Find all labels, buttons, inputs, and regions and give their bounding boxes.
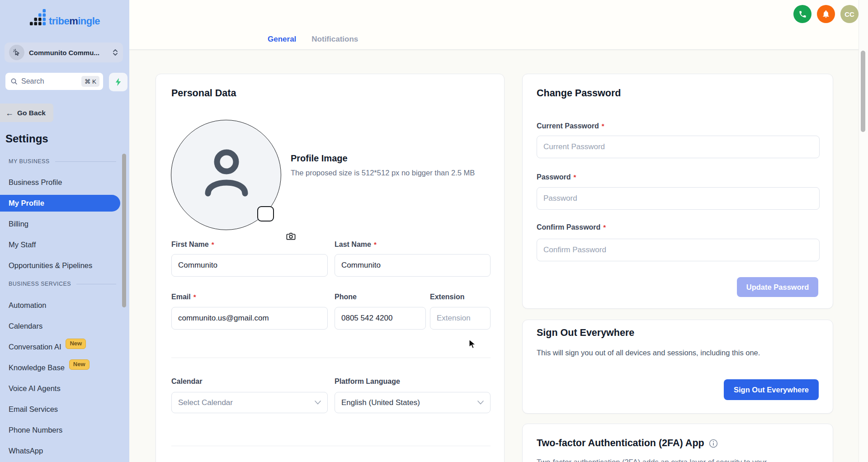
sidebar-item-automation[interactable]: Automation — [0, 297, 120, 314]
profile-image-hint: The proposed size is 512*512 px no bigge… — [291, 167, 494, 179]
sidebar-item-email-services[interactable]: Email Services — [0, 401, 120, 418]
sign-out-card: Sign Out Everywhere This will sign you o… — [522, 320, 833, 414]
user-avatar[interactable]: CC — [840, 5, 859, 23]
password-label: Password* — [537, 173, 576, 181]
info-icon[interactable] — [709, 439, 718, 448]
mouse-cursor — [468, 339, 477, 349]
sidebar-item-label: Calendars — [9, 322, 42, 330]
notifications-button[interactable] — [817, 5, 835, 23]
chevron-up-down-icon — [112, 48, 118, 57]
avatar-initials: CC — [844, 10, 854, 18]
phone-icon — [798, 10, 807, 19]
search-input[interactable] — [21, 77, 81, 85]
sidebar-item-my-profile[interactable]: My Profile — [0, 195, 120, 212]
sidebar-item-label: Knowledge Base — [9, 363, 65, 372]
camera-button[interactable] — [257, 206, 274, 222]
main-scrollbar[interactable] — [861, 51, 865, 132]
sidebar-item-label: Conversation AI — [9, 343, 61, 351]
profile-image-upload[interactable] — [171, 120, 281, 230]
sidebar-item-business-profile[interactable]: Business Profile — [0, 174, 120, 191]
search-input-wrap[interactable]: ⌘ K — [5, 73, 103, 90]
sidebar-item-knowledge-base[interactable]: Knowledge Base New — [0, 359, 120, 376]
sidebar-item-label: WhatsApp — [9, 447, 43, 455]
extension-label: Extension — [430, 293, 464, 301]
settings-tabs: General Notifications — [268, 35, 358, 44]
platform-language-label: Platform Language — [335, 377, 400, 386]
card-title: Sign Out Everywhere — [537, 327, 634, 339]
quick-actions-button[interactable] — [109, 73, 127, 91]
person-icon — [199, 146, 254, 200]
section-my-business: MY BUSINESS — [9, 158, 116, 165]
first-name-label: First Name* — [171, 240, 214, 249]
sidebar-scrollbar[interactable] — [122, 154, 126, 307]
extension-field[interactable] — [430, 307, 491, 330]
nav-group-my-business: Business Profile My Profile Billing My S… — [0, 174, 129, 278]
sidebar-item-label: Billing — [9, 220, 28, 228]
divider — [171, 446, 491, 446]
sidebar-item-billing[interactable]: Billing — [0, 216, 120, 232]
two-factor-description: Two-factor authentication (2FA) adds an … — [537, 458, 817, 462]
chevron-down-icon — [477, 401, 484, 405]
sidebar: tribemingle Communito Commu... ⌘ K ← Go … — [0, 0, 129, 462]
phone-field[interactable] — [335, 307, 426, 330]
lightning-icon — [114, 78, 122, 86]
brand-logo-bars-icon — [29, 9, 47, 26]
sidebar-item-label: My Profile — [9, 199, 44, 207]
tab-general[interactable]: General — [268, 35, 296, 44]
calendar-label: Calendar — [171, 377, 202, 386]
platform-language-select[interactable]: English (United States) — [335, 392, 491, 413]
brand-logo: tribemingle — [0, 9, 129, 26]
sidebar-item-label: Email Services — [9, 405, 58, 414]
sign-out-description: This will sign you out of all devices an… — [537, 349, 760, 357]
new-badge: New — [66, 339, 86, 349]
confirm-password-field[interactable] — [537, 239, 820, 261]
back-arrow-icon: ← — [5, 109, 14, 117]
change-password-card: Change Password Current Password* Passwo… — [522, 74, 833, 309]
card-title: Change Password — [537, 88, 621, 99]
account-switcher[interactable]: Communito Commu... — [5, 42, 123, 62]
section-divider — [55, 161, 116, 162]
last-name-field[interactable] — [335, 254, 491, 277]
email-label: Email* — [171, 293, 196, 301]
sidebar-item-label: Voice AI Agents — [9, 384, 61, 393]
sidebar-item-opportunities-pipelines[interactable]: Opportunities & Pipelines — [0, 257, 120, 274]
page-header: General Notifications — [129, 0, 868, 50]
password-field[interactable] — [537, 187, 820, 210]
bell-icon — [821, 9, 830, 19]
phone-button[interactable] — [793, 5, 811, 23]
sidebar-item-whatsapp[interactable]: WhatsApp — [0, 443, 120, 459]
camera-icon — [286, 232, 296, 240]
personal-data-card: Personal Data Profile Image The proposed… — [156, 74, 505, 462]
email-field[interactable] — [171, 307, 328, 330]
account-cursor-icon — [9, 45, 24, 60]
last-name-label: Last Name* — [335, 240, 377, 249]
tab-notifications[interactable]: Notifications — [311, 35, 358, 44]
card-title: Personal Data — [171, 88, 236, 99]
sidebar-item-phone-numbers[interactable]: Phone Numbers — [0, 422, 120, 438]
current-password-field[interactable] — [537, 136, 820, 158]
first-name-field[interactable] — [171, 254, 328, 277]
search-shortcut-badge: ⌘ K — [81, 76, 99, 87]
divider — [171, 358, 491, 358]
sidebar-item-label: My Staff — [9, 240, 36, 249]
calendar-select[interactable]: Select Calendar — [171, 392, 328, 413]
account-switcher-label: Communito Commu... — [29, 49, 112, 57]
sidebar-item-conversation-ai[interactable]: Conversation AI New — [0, 339, 120, 355]
two-factor-card: Two-factor Authentication (2FA) App Two-… — [522, 424, 833, 462]
settings-title: Settings — [5, 132, 48, 145]
phone-label: Phone — [335, 293, 357, 301]
section-business-services: BUSINESS SERVICES — [9, 281, 116, 287]
search-icon — [10, 78, 18, 85]
go-back-button[interactable]: ← Go Back — [0, 104, 53, 122]
main-scrollbar-track — [859, 0, 868, 462]
sidebar-item-my-staff[interactable]: My Staff — [0, 236, 120, 253]
sidebar-item-calendars[interactable]: Calendars — [0, 318, 120, 335]
sidebar-item-voice-ai-agents[interactable]: Voice AI Agents — [0, 380, 120, 397]
profile-image-title: Profile Image — [291, 153, 348, 164]
sign-out-everywhere-button[interactable]: Sign Out Everywhere — [724, 379, 819, 400]
update-password-button[interactable]: Update Password — [737, 277, 818, 297]
sidebar-item-label: Business Profile — [9, 178, 62, 187]
go-back-label: Go Back — [17, 109, 46, 117]
sidebar-item-label: Phone Numbers — [9, 426, 62, 434]
chevron-down-icon — [315, 401, 321, 405]
